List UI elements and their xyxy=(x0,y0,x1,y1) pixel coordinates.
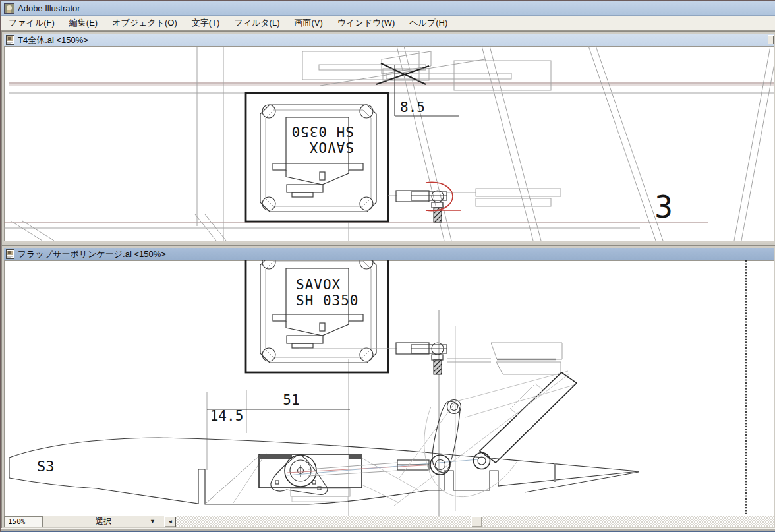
menu-item-type[interactable]: 文字(T) xyxy=(185,16,227,30)
chevron-down-icon[interactable]: ▼ xyxy=(150,518,156,525)
minimize-button-partial[interactable] xyxy=(768,35,774,44)
app-titlebar[interactable]: Adobe Illustrator xyxy=(1,1,775,16)
doc-titlebar-bottom[interactable]: フラップサーボリンケージ.ai <150%> xyxy=(4,248,774,260)
servo-mount-box-bottom: SAVOX SH 0350 xyxy=(246,260,388,372)
servo-mount-box-top: SAVOX SH 0350 xyxy=(246,93,388,222)
document-icon[interactable] xyxy=(6,249,14,259)
flap-hinge-topview xyxy=(491,343,562,374)
menu-item-help[interactable]: ヘルプ(H) xyxy=(402,16,455,30)
dimension-label-8-5: 8.5 xyxy=(400,100,425,115)
dimension-label-51: 51 xyxy=(283,392,299,408)
menu-item-filter[interactable]: フィルタ(L) xyxy=(227,16,287,30)
servo-label-line2-top: SH 0350 xyxy=(291,123,354,139)
servo-side-view xyxy=(259,454,362,502)
construction-lines-bottom xyxy=(207,310,455,516)
ball-link-clip-red xyxy=(426,182,453,210)
window-title: Adobe Illustrator xyxy=(18,3,80,13)
doc-window-top: T4全体.ai <150%> xyxy=(2,32,775,245)
drawing-bottom: SAVOX SH 0350 xyxy=(4,260,774,516)
servo-label-line1-top: SAVOX xyxy=(309,139,354,155)
rib-label-s3: S3 xyxy=(37,458,55,475)
menu-item-object[interactable]: オブジェクト(O) xyxy=(105,16,185,30)
servo-label-line2-bottom: SH 0350 xyxy=(296,293,359,309)
flap-linkage-mechanism xyxy=(394,371,577,506)
scrollbar-thumb[interactable] xyxy=(471,516,482,527)
doc-window-bottom: フラップサーボリンケージ.ai <150%> xyxy=(2,246,775,528)
canvas-bottom[interactable]: SAVOX SH 0350 xyxy=(4,260,774,516)
document-icon[interactable] xyxy=(6,35,14,45)
page-number-label: 3 xyxy=(654,189,673,225)
hinge-assembly-topview xyxy=(302,51,551,90)
linkage-bottom xyxy=(299,343,491,374)
drawing-top: SAVOX SH 0350 8.5 xyxy=(4,46,774,241)
canvas-top[interactable]: SAVOX SH 0350 8.5 xyxy=(4,46,774,241)
statusbar: 150% 選択 ▼ ◄ xyxy=(4,516,774,527)
menu-item-edit[interactable]: 編集(E) xyxy=(62,16,105,30)
menu-item-window[interactable]: ウインドウ(W) xyxy=(330,16,402,30)
app-icon[interactable] xyxy=(4,3,14,14)
flap-deployed xyxy=(480,372,577,463)
scroll-left-button[interactable]: ◄ xyxy=(165,516,176,527)
tool-status-label: 選択 xyxy=(96,516,111,527)
doc-title-bottom: フラップサーボリンケージ.ai <150%> xyxy=(18,249,166,260)
servo-label-line1-bottom: SAVOX xyxy=(296,277,341,293)
horizontal-scrollbar[interactable] xyxy=(176,516,774,527)
menu-item-file[interactable]: ファイル(F) xyxy=(1,16,62,30)
doc-title-top: T4全体.ai <150%> xyxy=(18,34,88,46)
zoom-level-field[interactable]: 150% xyxy=(4,516,42,527)
doc-titlebar-top[interactable]: T4全体.ai <150%> xyxy=(4,34,774,46)
tool-status-dropdown[interactable]: 選択 ▼ xyxy=(42,516,165,527)
dimension-51-145: 51 14.5 xyxy=(207,392,350,424)
dimension-label-14-5: 14.5 xyxy=(210,408,244,424)
app-window: Adobe Illustrator ファイル(F) 編集(E) オブジェクト(O… xyxy=(0,0,775,532)
menu-item-view[interactable]: 画面(V) xyxy=(287,16,330,30)
menubar: ファイル(F) 編集(E) オブジェクト(O) 文字(T) フィルタ(L) 画面… xyxy=(1,16,775,31)
